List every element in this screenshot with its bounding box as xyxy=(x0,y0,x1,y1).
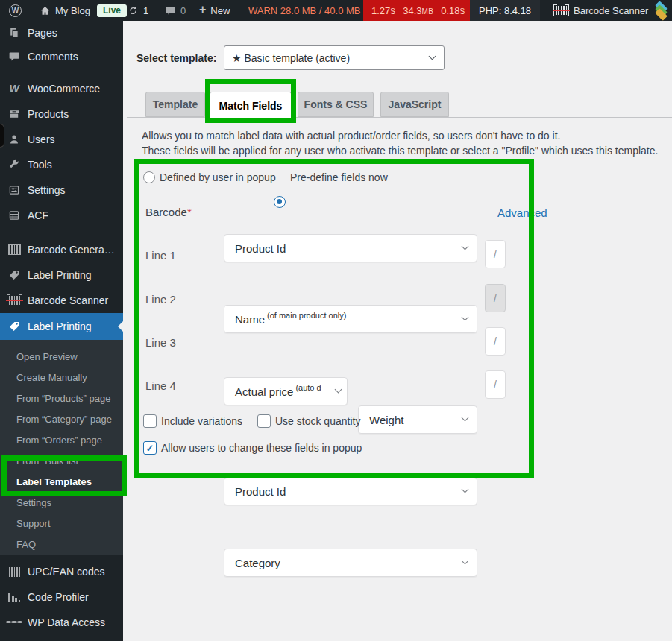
template-select-value: ★ Basic template (active) xyxy=(232,52,350,64)
line3-field-select[interactable]: Product Id xyxy=(224,477,477,505)
acf-icon xyxy=(6,209,22,221)
line2-field-label: Line 2 xyxy=(145,293,176,306)
sidebar-item-woocommerce[interactable]: W WooCommerce xyxy=(0,76,123,101)
sidebar-bottom-group: UPC/EAN codes Code Profiler WP Data Acce… xyxy=(0,555,123,635)
sidebar-item-barcode-scanner[interactable]: Barcode Scanner xyxy=(0,288,123,313)
update-icon xyxy=(128,5,139,16)
include-variations-label[interactable]: Include variations xyxy=(161,415,242,427)
line1-field-select[interactable]: Name (of main product only) xyxy=(224,305,477,333)
sidebar-item-tools[interactable]: Tools xyxy=(0,152,123,177)
tab-fonts-css[interactable]: Fonts & CSS xyxy=(298,92,374,117)
plus-icon: + xyxy=(199,3,206,16)
line2-separator-button[interactable]: / xyxy=(485,284,506,312)
line4-field-select[interactable]: Category xyxy=(224,549,477,577)
include-variations-checkbox[interactable] xyxy=(143,414,157,428)
sidebar-item-products[interactable]: Products xyxy=(0,101,123,127)
tools-icon xyxy=(6,159,22,171)
line3-separator-button[interactable]: / xyxy=(485,327,506,356)
tag-icon xyxy=(6,269,22,281)
sidebar-item-label-printing[interactable]: Label Printing xyxy=(0,262,123,288)
tab-description-line2: These fields will be applied for any use… xyxy=(142,145,658,157)
layers-toolbar-button[interactable] xyxy=(654,0,671,21)
use-stock-quantity-label[interactable]: Use stock quantity xyxy=(275,415,360,427)
sidebar-item-label: Barcode Scanner xyxy=(28,294,108,306)
php-version[interactable]: PHP: 8.4.18 xyxy=(470,0,540,21)
tab-javascript[interactable]: JavaScript xyxy=(380,92,449,117)
submenu-item-open-preview[interactable]: Open Preview xyxy=(0,346,123,367)
users-icon xyxy=(6,133,22,145)
layers-icon xyxy=(654,1,671,19)
line4-field-label: Line 4 xyxy=(145,379,176,392)
chevron-down-icon xyxy=(462,558,469,565)
template-select[interactable]: ★ Basic template (active) xyxy=(224,45,445,70)
line2-field-select-1[interactable]: Actual price (auto d xyxy=(224,377,348,405)
settings-icon xyxy=(6,184,22,196)
label-printing-submenu: Open Preview Create Manually From “Produ… xyxy=(0,340,123,555)
submenu-item-create-manually[interactable]: Create Manually xyxy=(0,367,123,388)
sidebar-item-wp-data-access[interactable]: WP Data Access xyxy=(0,610,123,635)
radio-predefine-fields-label[interactable]: Pre-define fields now xyxy=(290,171,388,183)
site-name-link[interactable]: My Blog xyxy=(40,0,90,21)
live-status[interactable]: Live xyxy=(97,0,127,21)
submenu-item-support[interactable]: Support xyxy=(0,513,123,534)
submenu-item-from-products[interactable]: From “Products” page xyxy=(0,388,123,408)
barcode-field-select[interactable]: Product Id xyxy=(224,234,477,262)
tab-template[interactable]: Template xyxy=(145,92,205,117)
memory-warning[interactable]: WARN 28.0 MB / 40.0 MB xyxy=(248,0,361,21)
submenu-item-from-orders[interactable]: From “Orders” page xyxy=(0,429,123,450)
submenu-item-from-bulk-list[interactable]: From “Bulk list” xyxy=(0,450,123,471)
sidebar-item-users[interactable]: Users xyxy=(0,127,123,152)
sidebar-item-acf[interactable]: ACF xyxy=(0,203,123,228)
live-badge: Live xyxy=(97,4,127,17)
comment-icon xyxy=(165,5,176,16)
sidebar-item-label: Comments xyxy=(28,51,78,63)
radio-predefine-fields[interactable] xyxy=(274,196,286,208)
sidebar-item-comments[interactable]: Comments xyxy=(0,45,123,69)
submenu-item-settings[interactable]: Settings xyxy=(0,492,123,513)
chevron-down-icon xyxy=(462,314,469,321)
line2-field-select-2[interactable]: Weight xyxy=(358,405,477,434)
main-content: Select template: ★ Basic template (activ… xyxy=(123,21,672,641)
allow-users-change-label[interactable]: Allow users to change these fields in po… xyxy=(161,442,362,454)
sidebar-item-label-printing-active[interactable]: Label Printing xyxy=(0,313,123,340)
chevron-down-icon xyxy=(335,386,342,394)
menu-separator xyxy=(0,228,123,237)
sidebar-item-label: Pages xyxy=(28,27,57,39)
radio-defined-by-user[interactable] xyxy=(143,171,155,183)
use-stock-quantity-checkbox[interactable] xyxy=(257,414,271,428)
new-content-button[interactable]: + New xyxy=(199,0,230,21)
sidebar-item-label: Tools xyxy=(28,159,52,171)
submenu-item-from-category[interactable]: From “Category” page xyxy=(0,408,123,429)
screen-edge-notch xyxy=(0,124,4,148)
barcode-scanner-icon xyxy=(6,294,22,306)
site-name: My Blog xyxy=(55,5,90,16)
radio-defined-by-user-label[interactable]: Defined by user in popup xyxy=(160,171,276,183)
tab-match-fields[interactable]: Match Fields xyxy=(210,92,292,119)
allow-users-change-checkbox[interactable] xyxy=(143,441,157,455)
submenu-item-faq[interactable]: FAQ xyxy=(0,534,123,555)
sidebar-item-upc-ean-codes[interactable]: UPC/EAN codes xyxy=(0,559,123,584)
sidebar-item-label: ACF xyxy=(28,209,48,221)
new-label: New xyxy=(210,5,230,16)
required-asterisk: * xyxy=(187,206,192,218)
line4-separator-button[interactable]: / xyxy=(485,370,506,399)
line1-field-label: Line 1 xyxy=(145,249,176,262)
updates-link[interactable]: 1 xyxy=(128,0,148,21)
woocommerce-icon: W xyxy=(6,83,22,95)
wordpress-menu-button[interactable]: W xyxy=(9,0,22,21)
advanced-link[interactable]: Advanced xyxy=(497,206,547,219)
submenu-item-label-templates[interactable]: Label Templates xyxy=(0,471,123,492)
barcode-generator-icon xyxy=(6,244,22,255)
sidebar-item-pages[interactable]: Pages xyxy=(0,21,123,45)
comments-link[interactable]: 0 xyxy=(165,0,186,21)
pages-icon xyxy=(6,27,22,39)
barcode-scanner-toolbar-link[interactable]: Barcode Scanner xyxy=(553,0,648,21)
sidebar-item-label: Users xyxy=(28,133,55,145)
barcode-field-label: Barcode* xyxy=(145,206,192,218)
sidebar-item-label: Barcode Genera… xyxy=(28,244,115,256)
line1-separator-button[interactable]: / xyxy=(485,240,506,268)
sidebar-item-code-profiler[interactable]: Code Profiler xyxy=(0,584,123,610)
sidebar-item-settings[interactable]: Settings xyxy=(0,177,123,203)
upc-ean-icon xyxy=(6,567,22,577)
sidebar-item-barcode-generator[interactable]: Barcode Genera… xyxy=(0,237,123,262)
